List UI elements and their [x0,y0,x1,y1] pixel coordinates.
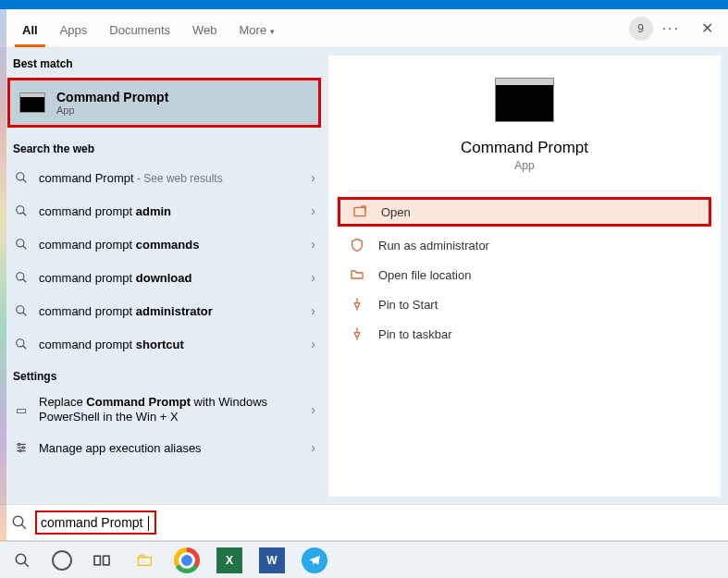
web-result[interactable]: command prompt shortcut › [0,327,328,361]
tab-web[interactable]: Web [185,14,225,47]
file-explorer-icon[interactable]: 🗀 [131,547,157,573]
settings-heading: Settings [0,361,328,388]
search-icon [13,204,30,217]
preview-title: Command Prompt [461,139,588,157]
text-caret [148,516,149,531]
tab-more[interactable]: More ▾ [232,14,282,47]
search-icon [11,514,28,531]
action-label: Run as administrator [378,239,489,252]
pin-icon [349,297,365,312]
chevron-right-icon: › [305,402,315,417]
action-label: Open [381,205,411,219]
svg-point-19 [13,516,23,526]
close-icon[interactable]: ✕ [693,19,721,37]
svg-rect-24 [104,556,109,565]
sliders-icon [13,441,30,454]
terminal-icon: ▭ [13,403,30,417]
best-match-title: Command Prompt [56,90,168,105]
search-icon [13,171,30,184]
svg-line-1 [23,179,27,183]
svg-line-22 [24,562,29,567]
settings-result[interactable]: Manage app execution aliases › [0,431,328,464]
svg-line-11 [23,346,27,350]
results-pane: Best match Command Prompt App Search the… [0,48,328,504]
open-icon [352,204,368,219]
action-open[interactable]: Open [338,197,711,227]
best-match-subtitle: App [56,105,168,116]
preview-pane: Command Prompt App Open Run as administr… [328,55,721,497]
tab-apps[interactable]: Apps [53,14,95,47]
svg-point-4 [17,240,24,247]
chevron-right-icon: › [305,170,315,185]
svg-rect-18 [354,207,365,215]
svg-point-8 [17,306,24,314]
search-icon [13,338,30,350]
best-match-result[interactable]: Command Prompt App [7,78,321,128]
word-icon[interactable]: W [259,547,285,573]
pin-icon [349,326,365,341]
action-open-location[interactable]: Open file location [338,260,711,289]
web-result[interactable]: command prompt admin › [0,194,328,228]
chevron-right-icon: › [305,337,315,351]
web-result[interactable]: command prompt administrator › [0,294,328,327]
tab-documents[interactable]: Documents [102,14,178,47]
shield-icon [349,238,365,252]
telegram-icon[interactable] [302,547,327,573]
svg-point-2 [17,206,24,214]
search-bar: command Prompt [0,504,728,541]
filter-tabs: All Apps Documents Web More ▾ [15,9,282,47]
chevron-right-icon: › [305,237,315,252]
svg-point-6 [17,273,24,280]
svg-line-5 [23,246,27,250]
task-view-icon[interactable] [89,547,115,573]
svg-point-16 [22,447,24,449]
chevron-right-icon: › [305,270,315,285]
search-header: All Apps Documents Web More ▾ 9 ··· ✕ [0,9,728,48]
taskbar: 🗀 X W [0,541,728,578]
action-label: Pin to taskbar [378,327,452,341]
web-result[interactable]: command prompt download › [0,261,328,294]
chevron-right-icon: › [305,440,315,455]
tab-all[interactable]: All [15,14,45,47]
search-icon [13,304,30,317]
search-icon [13,271,30,284]
web-result[interactable]: command prompt commands › [0,228,328,261]
folder-icon [349,267,365,282]
svg-point-10 [17,339,24,347]
svg-point-0 [17,173,24,180]
action-pin-start[interactable]: Pin to Start [338,289,711,319]
more-options-icon[interactable]: ··· [662,20,680,37]
web-result[interactable]: command Prompt - See web results › [0,161,328,194]
svg-rect-23 [94,556,100,565]
search-web-heading: Search the web [0,133,328,161]
cortana-icon[interactable] [52,550,72,571]
chrome-icon[interactable] [174,547,200,573]
search-input[interactable]: command Prompt [37,513,146,532]
action-label: Open file location [378,268,471,282]
preview-subtitle: App [514,159,534,172]
svg-line-3 [23,213,27,216]
chevron-right-icon: › [305,203,315,218]
svg-line-7 [23,279,27,283]
action-pin-taskbar[interactable]: Pin to taskbar [338,319,711,349]
settings-result[interactable]: ▭ Replace Command Prompt with Windows Po… [0,388,328,431]
svg-line-9 [23,313,27,316]
action-label: Pin to Start [378,298,438,312]
terminal-icon [19,92,45,113]
excel-icon[interactable]: X [216,547,242,573]
search-icon [13,238,30,251]
svg-line-20 [21,524,26,529]
svg-point-15 [19,443,20,445]
svg-point-17 [19,449,21,451]
action-run-admin[interactable]: Run as administrator [338,230,711,260]
best-match-heading: Best match [0,48,328,76]
chevron-right-icon: › [305,303,315,318]
rewards-counter[interactable]: 9 [629,17,653,41]
search-button[interactable] [9,547,35,573]
window-titlebar [0,0,728,9]
svg-point-21 [16,554,26,564]
search-input-highlight: command Prompt [35,510,156,535]
terminal-icon [495,78,554,122]
